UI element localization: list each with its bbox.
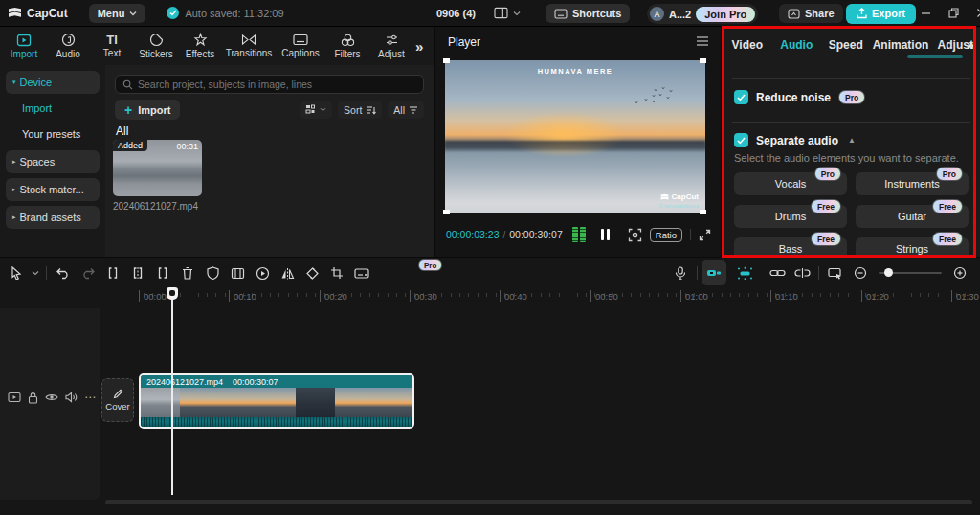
quality-preview-icon[interactable] [628, 228, 642, 242]
hide-track-icon[interactable] [45, 392, 58, 402]
separate-audio-checkbox[interactable] [734, 133, 748, 147]
sidebar-item-label: Spaces [20, 156, 56, 168]
ratio-button[interactable]: Ratio [650, 228, 682, 242]
zoom-slider-knob[interactable] [884, 268, 893, 277]
more-tabs-icon[interactable]: » [415, 38, 423, 55]
account-pill[interactable]: A A...2 Join Pro [647, 4, 758, 24]
sidebar-item-brand-assets[interactable]: ▸ Brand assets [6, 206, 100, 229]
tab-effects[interactable]: Effects [178, 33, 222, 59]
menu-button[interactable]: Menu [89, 4, 146, 23]
layout-panels-icon[interactable] [494, 7, 508, 19]
restore-icon[interactable] [948, 8, 959, 18]
sidebar-item-device[interactable]: ▾ Device [6, 71, 100, 94]
timeline-horizontal-scrollbar[interactable] [105, 500, 972, 504]
layout-chevron-icon[interactable] [513, 11, 521, 16]
split-icon[interactable] [125, 260, 150, 285]
tab-filters[interactable]: Filters [325, 34, 369, 59]
inspector-more-icon[interactable]: » [967, 37, 974, 53]
divider [732, 122, 970, 123]
split-left-icon[interactable] [100, 260, 125, 285]
share-button[interactable]: Share [779, 4, 843, 23]
link-icon[interactable] [765, 260, 790, 285]
pause-button[interactable] [601, 229, 610, 240]
collapse-caret-icon[interactable]: ▲ [848, 136, 856, 145]
selection-handle[interactable] [443, 210, 450, 214]
stem-instruments-button[interactable]: Instruments Pro [856, 172, 969, 195]
tab-import[interactable]: Import [2, 34, 46, 59]
tab-animation[interactable]: Animation [871, 34, 931, 56]
mask-icon[interactable] [200, 260, 225, 285]
close-icon[interactable] [976, 8, 980, 18]
import-media-button[interactable]: + Import [115, 100, 180, 120]
media-item-thumbnail[interactable]: Added 00:31 [113, 140, 202, 196]
rotate-icon[interactable] [300, 260, 324, 285]
redo-icon[interactable] [76, 260, 100, 285]
tab-transitions[interactable]: Transitions [222, 34, 276, 58]
select-tool-icon[interactable] [4, 260, 29, 285]
tab-text[interactable]: TI Text [90, 34, 134, 58]
reduce-noise-checkbox[interactable] [734, 90, 748, 104]
join-pro-button[interactable]: Join Pro [696, 7, 755, 22]
track-more-icon[interactable]: ⋯ [84, 391, 97, 404]
tab-stickers[interactable]: Stickers [134, 33, 178, 59]
search-input[interactable] [138, 78, 416, 90]
filter-button[interactable]: All [388, 101, 424, 119]
stem-bass-button[interactable]: Bass Free [734, 237, 847, 257]
tab-captions[interactable]: Captions [276, 34, 325, 58]
mute-track-icon[interactable] [65, 392, 78, 403]
overlay-icon[interactable] [225, 260, 250, 285]
auto-captions-icon[interactable] [349, 260, 374, 285]
stem-drums-button[interactable]: Drums Free [734, 205, 847, 228]
fullscreen-icon[interactable] [699, 229, 711, 241]
stem-strings-button[interactable]: Strings Free [856, 237, 969, 257]
preview-frame-icon[interactable] [823, 260, 848, 285]
tab-audio[interactable]: Audio [46, 33, 90, 59]
split-right-icon[interactable] [150, 260, 175, 285]
sort-button[interactable]: Sort [338, 101, 382, 119]
tab-adjust[interactable]: Adjust [369, 34, 413, 59]
selection-handle[interactable] [443, 58, 450, 63]
timeline-video-clip[interactable]: 202406121027.mp4 00:00:30:07 [139, 373, 414, 429]
watermark-text: CapCut [672, 192, 699, 201]
selection-handle[interactable] [700, 210, 706, 214]
playhead-line[interactable] [171, 287, 173, 495]
divider [690, 229, 691, 240]
scrolled-slider-fragment[interactable] [907, 55, 963, 58]
mirror-icon[interactable] [275, 260, 300, 285]
stem-guitar-button[interactable]: Guitar Free [856, 205, 969, 228]
delete-icon[interactable] [175, 260, 200, 285]
select-tool-chevron-icon[interactable] [29, 260, 42, 285]
stem-vocals-button[interactable]: Vocals Pro [734, 172, 847, 195]
unlink-icon[interactable] [790, 260, 814, 285]
video-preview[interactable]: HUMNAVA MERE CapCut © templatebyus [445, 60, 705, 213]
zoom-out-icon[interactable] [848, 260, 873, 285]
auto-arrange-icon[interactable] [732, 260, 757, 285]
sidebar-item-import[interactable]: Import [6, 97, 100, 120]
selection-handle[interactable] [700, 58, 706, 63]
crop-icon[interactable] [324, 260, 349, 285]
tab-speed[interactable]: Speed [821, 34, 871, 56]
tab-audio[interactable]: Audio [772, 34, 822, 56]
playhead-handle[interactable] [167, 287, 178, 300]
speed-icon[interactable] [250, 260, 275, 285]
sidebar-item-stock-materials[interactable]: ▸ Stock mater... [6, 178, 100, 201]
undo-icon[interactable] [51, 260, 76, 285]
export-button[interactable]: Export [846, 4, 916, 24]
magnetic-snap-icon[interactable] [702, 260, 726, 285]
shortcuts-button[interactable]: Shortcuts [546, 4, 630, 23]
tab-label: Import [11, 49, 37, 59]
tab-video[interactable]: Video [723, 34, 772, 56]
cover-button[interactable]: Cover [101, 378, 134, 422]
sidebar-item-spaces[interactable]: ▸ Spaces [6, 150, 100, 173]
player-menu-icon[interactable] [696, 36, 709, 46]
view-mode-button[interactable] [300, 101, 332, 119]
timeline-ruler[interactable]: 00:00 00:10 00:20 00:30 00:40 00:50 01:0… [0, 287, 980, 308]
timeline-zoom-slider[interactable] [879, 272, 942, 274]
zoom-in-icon[interactable] [947, 260, 972, 285]
sidebar-item-your-presets[interactable]: Your presets [6, 123, 100, 146]
total-timecode: 00:00:30:07 [509, 229, 562, 240]
lock-track-icon[interactable] [28, 392, 38, 404]
minimize-icon[interactable] [921, 8, 931, 18]
search-box[interactable] [115, 75, 424, 94]
record-voiceover-icon[interactable] [668, 260, 693, 285]
